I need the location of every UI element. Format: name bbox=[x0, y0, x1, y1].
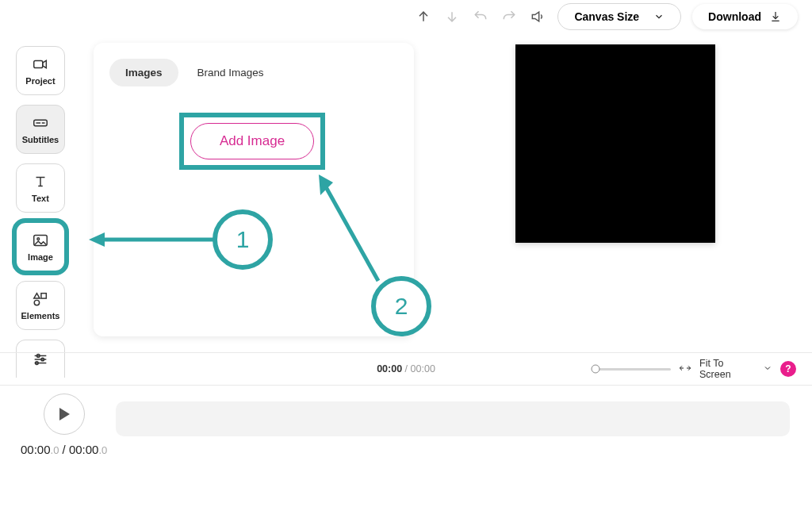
panel-tabs: Images Brand Images bbox=[109, 59, 398, 86]
fit-to-screen-label: Fit To Screen bbox=[699, 358, 755, 381]
svg-rect-6 bbox=[41, 294, 46, 298]
chevron-down-icon bbox=[653, 11, 665, 22]
fit-to-screen-button[interactable]: Fit To Screen bbox=[699, 358, 755, 381]
help-button[interactable]: ? bbox=[780, 361, 796, 377]
canvas-size-label: Canvas Size bbox=[574, 10, 639, 23]
redo-icon[interactable] bbox=[500, 8, 518, 25]
subtitles-icon bbox=[32, 114, 49, 132]
annotation-step-1: 1 bbox=[213, 209, 273, 270]
svg-point-7 bbox=[34, 300, 39, 305]
top-toolbar: Canvas Size Download bbox=[0, 0, 812, 33]
player-total-time: 00:00 bbox=[69, 443, 99, 456]
play-button[interactable] bbox=[44, 394, 85, 435]
shapes-icon bbox=[32, 290, 49, 308]
add-image-highlight: Add Image bbox=[179, 113, 325, 170]
timeline-total-time: 00:00 bbox=[411, 363, 435, 374]
text-icon bbox=[32, 173, 49, 190]
image-panel: Images Brand Images Add Image bbox=[94, 43, 414, 336]
zoom-slider[interactable] bbox=[596, 368, 671, 371]
image-icon bbox=[32, 232, 49, 249]
canvas-size-button[interactable]: Canvas Size bbox=[557, 3, 681, 30]
sidebar-item-project[interactable]: Project bbox=[16, 46, 65, 95]
undo-icon[interactable] bbox=[472, 8, 489, 25]
volume-icon[interactable] bbox=[529, 8, 546, 25]
timeline-time-display: 00:00 / 00:00 bbox=[377, 363, 435, 374]
timeline-track[interactable] bbox=[116, 401, 790, 436]
fit-to-screen-icon bbox=[679, 363, 691, 375]
download-label: Download bbox=[708, 10, 761, 23]
download-icon bbox=[769, 10, 782, 23]
arrow-up-icon[interactable] bbox=[415, 8, 432, 25]
svg-point-5 bbox=[37, 238, 40, 240]
zoom-slider-thumb[interactable] bbox=[592, 365, 600, 374]
sidebar-item-text[interactable]: Text bbox=[16, 163, 65, 213]
player-current-time: 00:00 bbox=[21, 443, 51, 456]
sidebar-item-label: Image bbox=[28, 252, 53, 262]
svg-marker-18 bbox=[59, 408, 70, 420]
download-button[interactable]: Download bbox=[692, 4, 798, 29]
video-camera-icon bbox=[32, 56, 49, 73]
sidebar-item-subtitles[interactable]: Subtitles bbox=[16, 105, 65, 154]
sidebar-item-label: Text bbox=[32, 194, 49, 203]
sidebar-item-elements[interactable]: Elements bbox=[16, 281, 65, 330]
sidebar-item-label: Project bbox=[25, 76, 55, 86]
sidebar: Project Subtitles Text Image Elements bbox=[16, 46, 71, 378]
sidebar-item-label: Elements bbox=[21, 311, 60, 321]
tab-brand-images[interactable]: Brand Images bbox=[182, 59, 280, 86]
tab-images[interactable]: Images bbox=[109, 59, 178, 86]
annotation-step-2: 2 bbox=[371, 276, 431, 336]
player-controls: 00:00.0 / 00:00.0 bbox=[21, 394, 107, 456]
sidebar-item-label: Subtitles bbox=[22, 135, 59, 144]
canvas-preview[interactable] bbox=[515, 44, 715, 243]
svg-rect-0 bbox=[34, 60, 43, 67]
sidebar-item-image[interactable]: Image bbox=[16, 222, 65, 271]
arrow-down-icon[interactable] bbox=[443, 8, 461, 25]
add-image-button[interactable]: Add Image bbox=[190, 123, 314, 159]
player-time-display: 00:00.0 / 00:00.0 bbox=[21, 443, 107, 456]
timeline-current-time: 00:00 bbox=[377, 363, 402, 374]
chevron-down-icon[interactable] bbox=[763, 363, 772, 375]
timeline-info-bar: 00:00 / 00:00 Fit To Screen ? bbox=[0, 352, 812, 386]
